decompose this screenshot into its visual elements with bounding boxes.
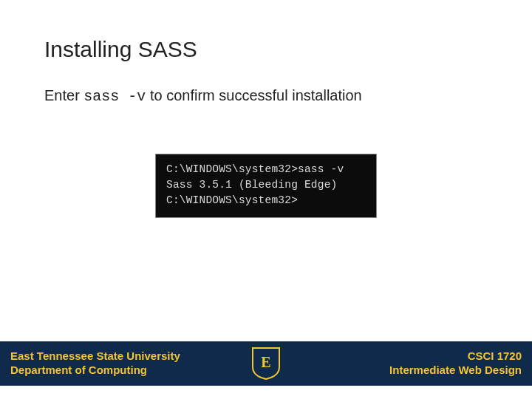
instruction-suffix: to confirm successful installation [146, 87, 361, 103]
instruction-prefix: Enter [44, 87, 83, 103]
terminal-line: C:\WINDOWS\system32>sass -v [166, 162, 366, 177]
instruction-text: Enter sass -v to confirm successful inst… [44, 87, 488, 105]
footer-left: East Tennessee State University Departme… [10, 349, 180, 378]
terminal-output: C:\WINDOWS\system32>sass -v Sass 3.5.1 (… [155, 154, 377, 218]
course-name: Intermediate Web Design [389, 364, 522, 378]
university-name: East Tennessee State University [10, 349, 180, 364]
footer-bar: East Tennessee State University Departme… [0, 341, 532, 386]
slide: Installing SASS Enter sass -v to confirm… [0, 0, 532, 399]
footer-right: CSCI 1720 Intermediate Web Design [389, 349, 522, 378]
terminal-line: C:\WINDOWS\system32> [166, 193, 366, 208]
slide-title: Installing SASS [44, 37, 488, 62]
etsu-logo-icon: E [251, 347, 281, 381]
course-code: CSCI 1720 [389, 349, 522, 364]
department-name: Department of Computing [10, 364, 180, 378]
instruction-command: sass -v [83, 88, 146, 105]
svg-text:E: E [261, 354, 270, 370]
terminal-line: Sass 3.5.1 (Bleeding Edge) [166, 177, 366, 193]
terminal-container: C:\WINDOWS\system32>sass -v Sass 3.5.1 (… [44, 154, 488, 218]
